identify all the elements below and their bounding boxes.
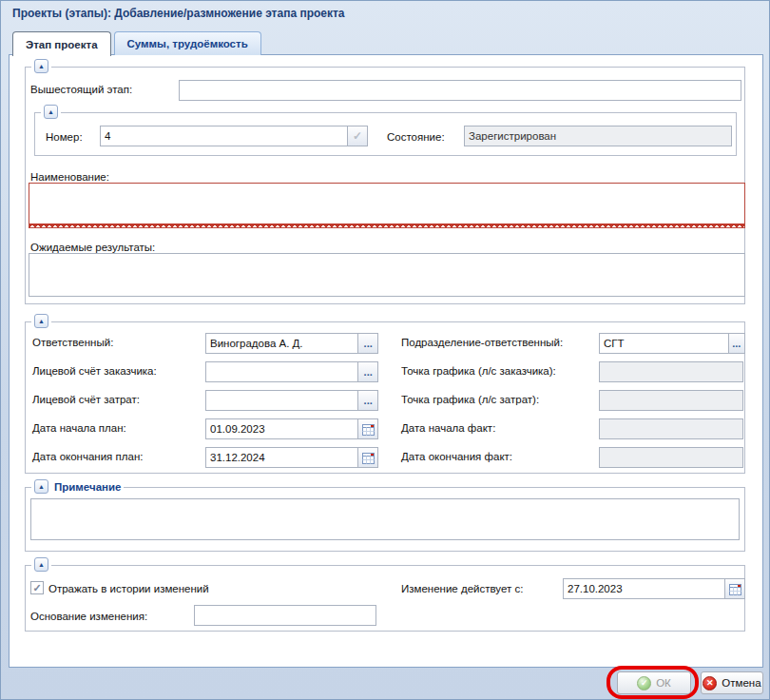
calendar-icon [362,423,375,436]
tab-stage[interactable]: Этап проекта [12,31,111,56]
cost-account-input[interactable] [205,390,358,411]
fact-start-date-input [599,418,743,439]
tab-sums[interactable]: Суммы, трудоёмкость [114,31,261,55]
customer-account-input[interactable] [205,361,358,382]
name-label: Наименование: [30,171,109,183]
fact-end-date-label: Дата окончания факт: [401,451,512,462]
department-lookup-trigger[interactable]: ... [728,333,745,354]
ok-check-icon: ✓ [637,676,651,690]
responsible-label: Ответственный: [32,337,113,348]
schedule-point-cost-label: Точка графика (л/с затрат): [401,394,539,405]
note-fieldset-title: Примечание [52,481,121,493]
expected-results-label: Ожидаемые результаты: [30,242,155,253]
schedule-point-customer-label: Точка графика (л/с заказчика): [401,365,556,377]
change-effective-date-input[interactable] [563,578,725,599]
collapse-toggle-icon[interactable]: ▲ [34,59,48,73]
state-input [464,126,732,146]
cost-account-lookup-trigger[interactable]: ... [357,390,378,411]
tab-strip: Этап проекта Суммы, трудоёмкость [12,31,261,55]
plan-start-date-input[interactable] [205,418,358,439]
customer-account-label: Лицевой счёт заказчика: [32,365,157,377]
number-check-trigger[interactable]: ✓ [347,126,368,146]
dialog-window: Проекты (этапы): Добавление/размножение … [0,0,770,700]
responsible-input[interactable] [205,333,358,354]
change-reason-input[interactable] [194,605,376,626]
name-field-wrap [29,183,745,228]
change-effective-date-label: Изменение действует с: [401,583,523,594]
fact-end-date-input [599,447,743,468]
calendar-icon [729,583,741,595]
parent-stage-label: Вышестоящий этап: [30,84,132,95]
collapse-toggle-icon[interactable]: ▲ [44,105,58,119]
expected-results-textarea[interactable] [29,253,745,297]
ellipsis-icon: ... [364,396,373,405]
name-textarea[interactable] [29,184,744,227]
collapse-toggle-icon[interactable]: ▲ [34,557,48,572]
number-input[interactable] [100,126,348,146]
ellipsis-icon: ... [364,339,373,348]
check-icon: ✓ [353,131,362,141]
plan-end-date-trigger[interactable] [357,447,378,468]
cancel-button-label: Отмена [722,677,760,689]
responsible-lookup-trigger[interactable]: ... [357,333,378,354]
ok-button-label: ОК [656,677,671,689]
collapse-toggle-icon[interactable]: ▲ [34,314,48,328]
number-label: Номер: [46,131,83,143]
parent-stage-input[interactable] [179,80,741,101]
cost-account-label: Лицевой счёт затрат: [32,394,140,405]
cancel-cross-icon: ✕ [703,676,717,690]
history-checkbox[interactable]: ✓ [30,581,44,594]
schedule-point-customer-input [599,361,743,382]
customer-account-lookup-trigger[interactable]: ... [357,361,378,382]
plan-start-date-label: Дата начала план: [32,422,126,434]
invalid-underline [29,224,744,227]
state-label: Состояние: [387,131,445,143]
calendar-icon [362,452,375,464]
ok-button[interactable]: ✓ ОК [617,671,691,694]
form-panel: ▲ Вышестоящий этап: ▲ Номер: ✓ Состояние… [9,54,763,668]
change-reason-label: Основание изменения: [30,611,147,622]
change-effective-date-trigger[interactable] [724,578,745,599]
schedule-point-cost-input [599,390,743,411]
cancel-button[interactable]: ✕ Отмена [701,671,763,694]
plan-end-date-input[interactable] [205,447,358,468]
ellipsis-icon: ... [364,367,373,377]
collapse-toggle-icon[interactable]: ▲ [34,479,48,494]
plan-end-date-label: Дата окончания план: [32,451,143,462]
fact-start-date-label: Дата начала факт: [401,422,495,434]
department-input[interactable] [599,333,729,354]
department-label: Подразделение-ответственный: [401,337,563,348]
note-textarea[interactable] [30,498,740,540]
ellipsis-icon: ... [732,339,741,348]
window-title: Проекты (этапы): Добавление/размножение … [12,7,345,20]
history-checkbox-label: Отражать в истории изменений [48,583,209,594]
plan-start-date-trigger[interactable] [357,418,378,439]
